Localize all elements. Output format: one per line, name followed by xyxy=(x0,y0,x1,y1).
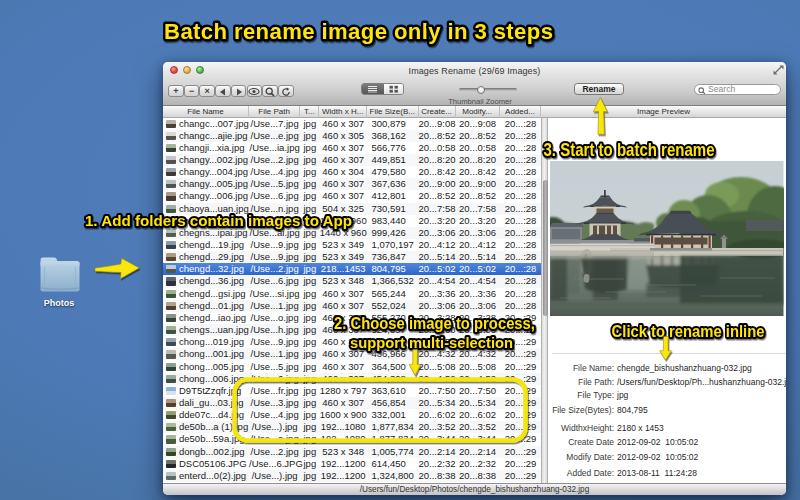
svg-text:Batch rename image only in 3 s: Batch rename image only in 3 steps xyxy=(164,19,553,44)
svg-text:Click to rename inline: Click to rename inline xyxy=(612,322,765,340)
svg-text:1. Add folders contain images: 1. Add folders contain images to App xyxy=(85,212,352,229)
svg-text:support multi-selection: support multi-selection xyxy=(350,333,513,350)
svg-text:3. Start to batch rename: 3. Start to batch rename xyxy=(544,140,715,159)
svg-text:2. Choose image to process,: 2. Choose image to process, xyxy=(334,314,535,332)
